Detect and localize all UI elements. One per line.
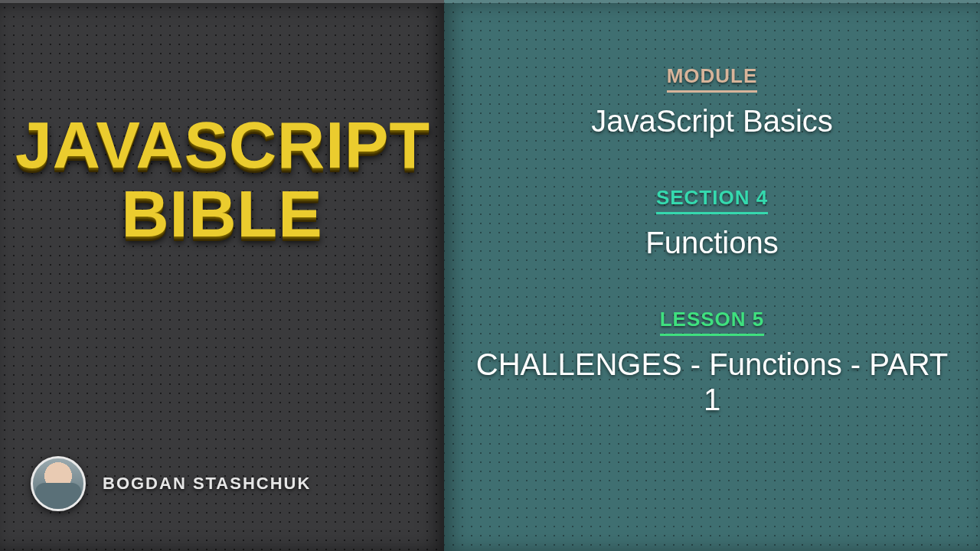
module-block: MODULE JavaScript Basics	[475, 64, 949, 139]
title-line-1: JAVASCRIPT	[15, 110, 429, 179]
course-title: JAVASCRIPT BIBLE	[0, 110, 444, 249]
section-label: SECTION 4	[656, 186, 768, 214]
lesson-value: CHALLENGES - Functions - PART 1	[475, 347, 949, 417]
section-block: SECTION 4 Functions	[475, 186, 949, 260]
left-panel: JAVASCRIPT BIBLE BOGDAN STASHCHUK	[0, 0, 444, 551]
module-value: JavaScript Basics	[475, 103, 949, 139]
module-label: MODULE	[667, 64, 758, 93]
lesson-label: LESSON 5	[660, 308, 765, 336]
section-value: Functions	[475, 225, 949, 260]
right-panel: MODULE JavaScript Basics SECTION 4 Funct…	[444, 0, 980, 551]
title-line-2: BIBLE	[15, 179, 429, 248]
author-row: BOGDAN STASHCHUK	[31, 456, 311, 511]
avatar	[31, 456, 86, 511]
slide: JAVASCRIPT BIBLE BOGDAN STASHCHUK MODULE…	[0, 0, 980, 551]
lesson-block: LESSON 5 CHALLENGES - Functions - PART 1	[475, 308, 949, 417]
author-name: BOGDAN STASHCHUK	[103, 474, 311, 494]
